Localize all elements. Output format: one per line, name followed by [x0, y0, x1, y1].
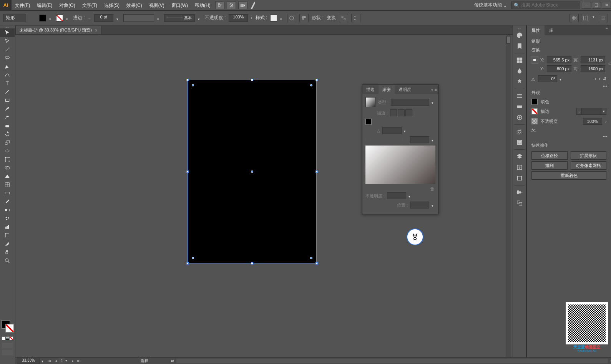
line-segment-tool[interactable] — [0, 88, 15, 96]
menu-view[interactable]: 视图(V) — [146, 0, 168, 11]
close-tab-icon[interactable]: × — [95, 28, 97, 33]
y-input[interactable]: 800 px — [547, 65, 571, 72]
panel-layout-dropdown-icon[interactable] — [593, 14, 596, 18]
panel-grip-icon[interactable]: •• — [0, 25, 15, 28]
handle-bm[interactable] — [251, 262, 253, 265]
appearance-panel-icon[interactable] — [514, 126, 525, 137]
panel-tab-transparency[interactable]: 透明度 — [395, 85, 415, 94]
stroke-color-swatch[interactable] — [531, 108, 538, 114]
magic-wand-tool[interactable] — [0, 45, 15, 54]
h-input[interactable]: 1600 px — [581, 65, 605, 72]
panel-options-icon[interactable]: ≡ — [603, 25, 611, 35]
bridge-icon[interactable]: Br — [215, 2, 224, 9]
offset-path-button[interactable]: 位移路径 — [531, 151, 568, 160]
gradient-type-dropdown-icon[interactable] — [432, 100, 435, 104]
expand-shape-button[interactable]: 扩展形状 — [571, 151, 607, 160]
graphic-style-swatch[interactable] — [270, 15, 277, 22]
aspect-ratio-input[interactable] — [410, 136, 429, 143]
stroke-width-dropdown-icon[interactable] — [116, 16, 120, 20]
color-mode-gradient[interactable] — [5, 336, 9, 340]
gradient-panel-icon[interactable] — [514, 101, 525, 112]
handle-tl[interactable] — [186, 79, 189, 81]
paintbrush-tool[interactable] — [0, 104, 15, 113]
stop-position-input[interactable] — [410, 202, 429, 208]
free-transform-tool[interactable] — [0, 155, 15, 164]
stroke-panel-icon[interactable] — [514, 91, 525, 101]
gradient-tool[interactable] — [0, 189, 15, 197]
gradient-angle-dropdown-icon[interactable] — [404, 129, 408, 132]
stroke-weight-down[interactable]: ⌄ — [576, 108, 582, 115]
zoom-dropdown-icon[interactable] — [42, 359, 45, 363]
fill-dropdown-icon[interactable] — [49, 16, 53, 20]
zoom-tool[interactable] — [0, 256, 15, 265]
stock-icon[interactable]: St — [227, 2, 236, 9]
document-tab[interactable]: 未标题-1* @ 33.33% (RGB/GPU 预览) × — [15, 26, 101, 34]
corner-widget-br[interactable] — [310, 257, 312, 259]
menu-edit[interactable]: 编辑(E) — [33, 0, 56, 11]
panel-tab-stroke[interactable]: 描边 — [362, 85, 379, 94]
fill-stroke-indicator[interactable] — [0, 319, 15, 336]
panel-layout-icon[interactable] — [581, 14, 590, 22]
color-mode-none[interactable] — [9, 336, 13, 340]
reference-point-selector[interactable] — [531, 56, 538, 64]
menu-type[interactable]: 文字(T) — [79, 0, 101, 11]
align-pixel-grid-button[interactable]: 对齐像素网格 — [571, 161, 607, 170]
object-type-indicator[interactable]: 矩形 — [3, 14, 26, 22]
stroke-swatch[interactable] — [56, 15, 63, 22]
width-tool[interactable] — [0, 147, 15, 155]
hand-tool[interactable] — [0, 248, 15, 256]
opacity-flyout-icon[interactable]: › — [251, 16, 252, 20]
transform-button[interactable]: 变换 — [327, 15, 336, 21]
w-input[interactable]: 1131 px — [581, 56, 605, 63]
opacity-swatch-icon[interactable] — [531, 118, 538, 124]
menu-object[interactable]: 对象(O) — [56, 0, 78, 11]
menu-effect[interactable]: 效果(C) — [123, 0, 146, 11]
stop-opacity-dropdown-icon[interactable] — [408, 194, 412, 198]
delete-stop-icon[interactable]: 🗑 — [365, 185, 435, 192]
rotate-tool[interactable] — [0, 130, 15, 138]
corner-widget-tl[interactable] — [192, 84, 194, 86]
blend-tool[interactable] — [0, 206, 15, 214]
list-icon[interactable] — [599, 14, 608, 22]
scale-tool[interactable] — [0, 138, 15, 147]
workspace-switcher[interactable]: 传统基本功能 — [471, 2, 511, 8]
panel-collapse-icon[interactable]: ›› — [430, 88, 433, 92]
recolor-artwork-icon[interactable] — [287, 14, 296, 22]
shaper-tool[interactable] — [0, 113, 15, 121]
grid-view-icon[interactable] — [569, 14, 579, 22]
handle-ml[interactable] — [186, 170, 189, 173]
maximize-button[interactable]: ☐ — [592, 2, 601, 9]
align-icon[interactable] — [299, 14, 309, 22]
menu-help[interactable]: 帮助(H) — [191, 0, 214, 11]
style-dropdown-icon[interactable] — [280, 16, 284, 20]
gradient-type-select[interactable] — [391, 99, 429, 106]
vertical-scrollbar[interactable] — [506, 35, 511, 357]
opacity-input[interactable]: 100% — [229, 14, 248, 22]
vwp-dropdown-icon[interactable] — [157, 16, 161, 20]
flip-horizontal-icon[interactable]: ⟷ — [594, 76, 601, 81]
handle-mr[interactable] — [315, 170, 318, 173]
rectangle-tool[interactable] — [0, 96, 15, 104]
symbols-panel-icon[interactable] — [514, 76, 525, 87]
asset-export-panel-icon[interactable] — [514, 162, 525, 173]
stroke-dropdown-icon[interactable] — [66, 16, 70, 20]
stop-opacity-input[interactable] — [387, 192, 406, 199]
recolor-button[interactable]: 重新着色 — [531, 171, 606, 180]
arrange-documents-icon[interactable]: ▦▾ — [238, 2, 247, 9]
artboard-dropdown-icon[interactable] — [65, 358, 69, 362]
isolate-icon[interactable] — [339, 14, 348, 22]
opacity-flyout-icon-prop[interactable]: › — [605, 119, 606, 124]
handle-tr[interactable] — [315, 79, 318, 81]
draw-normal[interactable] — [2, 342, 13, 349]
handle-tm[interactable] — [251, 79, 253, 81]
center-point[interactable] — [251, 170, 253, 173]
last-artboard-icon[interactable]: ⏭ — [76, 358, 81, 364]
transform-more-options-icon[interactable]: ••• — [527, 84, 611, 88]
dock-grip-icon[interactable]: •• — [518, 27, 521, 30]
gradient-angle-input[interactable] — [382, 127, 402, 134]
handle-bl[interactable] — [186, 262, 189, 265]
more-options-icon[interactable] — [351, 14, 360, 22]
eyedropper-tool[interactable] — [0, 197, 15, 206]
search-stock[interactable]: 🔍 搜索 Adobe Stock — [511, 2, 580, 9]
gradient-stroke-mode-2[interactable] — [398, 109, 405, 116]
